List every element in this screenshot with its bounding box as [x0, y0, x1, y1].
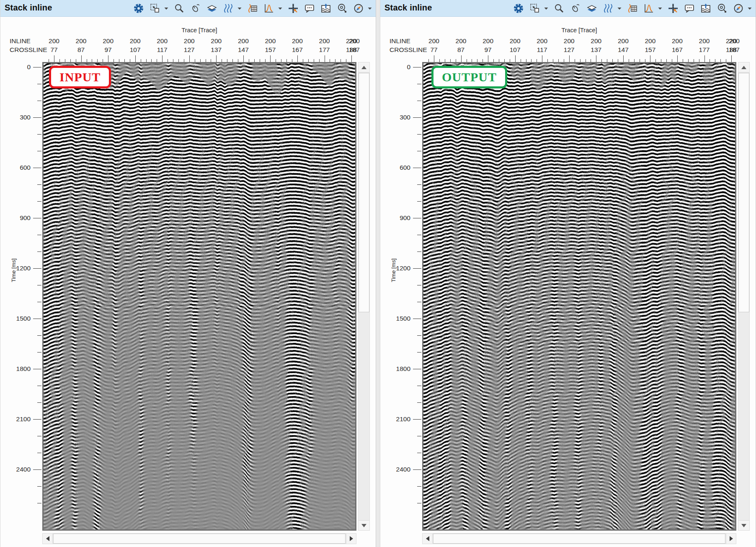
scroll-right-button[interactable] [726, 534, 736, 544]
export-image-icon[interactable] [700, 3, 712, 14]
annotation-icon[interactable] [684, 3, 695, 14]
minor-tick [70, 59, 71, 62]
scroll-right-button[interactable] [346, 534, 356, 544]
histogram-dropdown[interactable] [657, 3, 663, 14]
settings-gear-icon[interactable] [133, 3, 144, 14]
major-tick [461, 55, 462, 62]
minor-tick [629, 59, 629, 62]
annotation-icon[interactable] [304, 3, 315, 14]
minor-tick [531, 59, 532, 62]
layers-icon[interactable] [206, 3, 218, 14]
minor-tick [450, 59, 451, 62]
time-tick-label: 2100 [6, 415, 31, 423]
export-image-icon[interactable] [320, 3, 332, 14]
time-tick-label: 2100 [386, 415, 410, 423]
horizontal-scrollbar-thumb[interactable] [53, 534, 346, 544]
time-tick-label: 0 [386, 63, 410, 71]
minor-tick [146, 59, 147, 62]
select-mode-icon[interactable] [149, 3, 161, 14]
minor-tick [553, 59, 553, 62]
compass-icon[interactable] [353, 3, 364, 14]
positioning-crosshair-icon[interactable] [667, 3, 679, 14]
compass-dropdown[interactable] [747, 3, 752, 14]
major-tick [325, 55, 325, 62]
minor-tick [417, 503, 421, 503]
minor-tick [292, 59, 292, 62]
select-mode-icon[interactable] [529, 3, 541, 14]
compass-dropdown[interactable] [367, 3, 372, 14]
vertical-scrollbar[interactable] [738, 62, 750, 531]
scroll-up-button[interactable] [359, 62, 369, 73]
minor-tick [417, 134, 421, 135]
vertical-scrollbar-thumb[interactable] [359, 73, 369, 312]
histogram-dropdown[interactable] [277, 3, 283, 14]
major-tick [351, 55, 352, 62]
up-arrow-icon [361, 66, 366, 69]
scroll-down-button[interactable] [738, 520, 749, 530]
vertical-scrollbar[interactable] [358, 62, 370, 531]
minor-tick [467, 59, 467, 62]
time-tick-label: 1500 [6, 315, 31, 322]
zoom-icon[interactable] [553, 3, 565, 14]
compass-icon[interactable] [733, 3, 744, 14]
minor-tick [612, 59, 613, 62]
select-mode-dropdown[interactable] [543, 3, 549, 14]
edge-overlap-label: 200 [722, 37, 746, 45]
select-mode-dropdown[interactable] [163, 3, 169, 14]
histogram-icon[interactable] [643, 3, 655, 14]
positioning-crosshair-icon[interactable] [287, 3, 299, 14]
minor-tick [314, 59, 314, 62]
scroll-left-button[interactable] [43, 534, 53, 544]
minor-tick [666, 59, 667, 62]
minor-tick [37, 453, 41, 453]
histogram-icon[interactable] [263, 3, 275, 14]
scroll-left-button[interactable] [423, 534, 433, 544]
inline-value: 200 [96, 37, 120, 45]
measure-tape-icon[interactable] [716, 3, 728, 14]
minor-tick [97, 59, 98, 62]
minor-tick [493, 59, 494, 62]
settings-gear-icon[interactable] [513, 3, 524, 14]
minor-tick [76, 59, 76, 62]
trace-table-icon[interactable] [627, 3, 638, 14]
vertical-scrollbar-thumb[interactable] [738, 73, 749, 312]
zoom-icon[interactable] [173, 3, 185, 14]
crossline-value: 87 [70, 46, 93, 54]
trace-axis-title: Trace [Trace] [422, 27, 736, 34]
minor-tick [715, 59, 715, 62]
wiggle-display-dropdown[interactable] [237, 3, 242, 14]
horizontal-scrollbar-thumb[interactable] [433, 534, 725, 544]
major-tick [189, 55, 190, 62]
minor-tick [417, 453, 421, 453]
horizontal-scrollbar[interactable] [422, 533, 736, 544]
seismic-section-image[interactable] [423, 63, 735, 529]
minor-tick [37, 302, 41, 302]
left-arrow-icon [46, 536, 49, 541]
mouse-control-icon[interactable] [190, 3, 201, 14]
major-tick [488, 55, 488, 62]
major-tick [33, 319, 41, 319]
measure-tape-icon[interactable] [336, 3, 348, 14]
crossline-values-row: 778797107117127137147157167177188187 [0, 46, 377, 54]
minor-tick [601, 59, 602, 62]
wiggle-display-dropdown[interactable] [617, 3, 622, 14]
wiggle-display-icon[interactable] [222, 3, 234, 14]
minor-tick [37, 151, 41, 151]
minor-tick [130, 59, 130, 62]
time-tick-label: 900 [6, 214, 31, 222]
scroll-down-button[interactable] [359, 520, 369, 530]
seismic-section-image[interactable] [44, 63, 355, 529]
inline-value: 200 [313, 37, 336, 45]
minor-tick [645, 59, 645, 62]
wiggle-display-icon[interactable] [602, 3, 614, 14]
crossline-value: 117 [150, 46, 174, 54]
mouse-control-icon[interactable] [570, 3, 581, 14]
major-tick [596, 55, 596, 62]
horizontal-scrollbar[interactable] [42, 533, 356, 544]
scroll-up-button[interactable] [738, 62, 749, 73]
crossline-value: 97 [96, 46, 120, 54]
major-tick [243, 55, 244, 62]
trace-table-icon[interactable] [247, 3, 258, 14]
inline-value: 200 [422, 37, 446, 45]
layers-icon[interactable] [586, 3, 598, 14]
